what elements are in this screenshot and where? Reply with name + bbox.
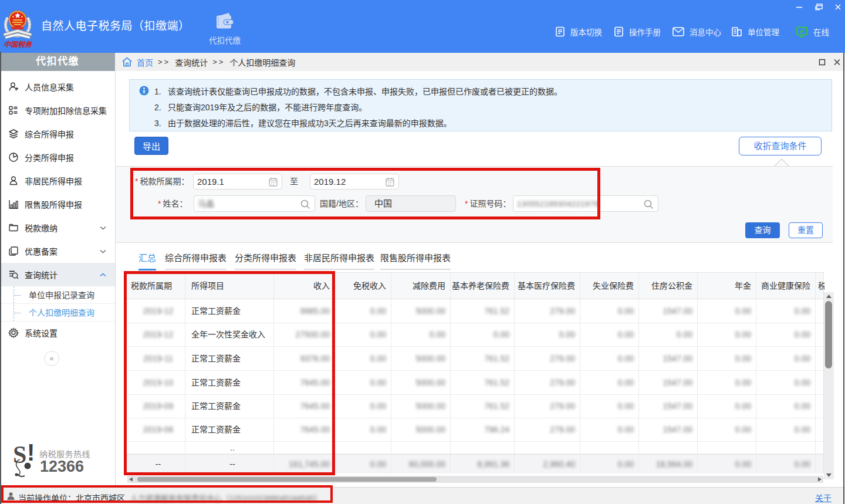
svg-text:!: ! <box>27 442 35 465</box>
svg-text:S: S <box>13 442 26 468</box>
svg-text:中国税务: 中国税务 <box>4 40 33 49</box>
